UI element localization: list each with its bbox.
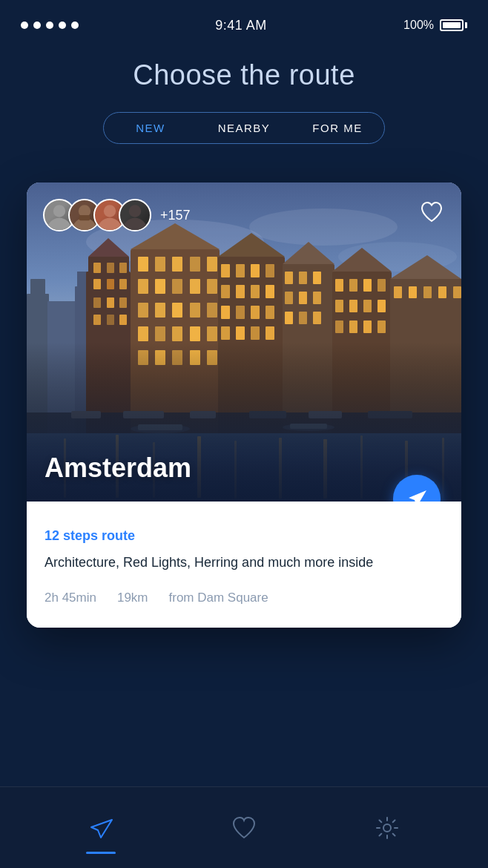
svg-rect-130 [79,215,90,220]
card-info: 12 steps route Architecture, Red Lights,… [27,502,461,628]
city-name: Amsterdam [44,453,191,484]
route-duration: 2h 45min [44,591,96,605]
status-right: 100% [403,19,467,32]
svg-point-132 [98,218,122,230]
heart-button[interactable] [415,196,448,228]
tab-for-me[interactable]: FOR ME [291,113,384,143]
svg-marker-135 [409,490,426,502]
svg-point-126 [53,205,65,217]
svg-point-133 [129,205,141,217]
avatar-row: +157 [43,199,191,231]
status-time: 9:41 AM [215,18,267,33]
route-steps: 12 steps route [44,528,444,544]
tab-new[interactable]: NEW [104,113,197,143]
nav-favorites[interactable] [231,816,257,840]
status-bar: 9:41 AM 100% [0,0,488,37]
battery-icon [440,19,467,31]
svg-point-137 [383,824,391,832]
nav-navigate[interactable] [88,815,113,841]
svg-point-127 [47,218,72,230]
route-card: +157 Amsterdam 12 steps route Architectu… [27,183,461,628]
svg-point-134 [123,218,148,230]
nav-settings[interactable] [375,815,400,841]
route-start-point: from Dam Square [169,591,268,605]
tabs-container: NEW NEARBY FOR ME [0,112,488,144]
card-image: +157 Amsterdam [27,183,461,502]
card-area: +157 Amsterdam 12 steps route Architectu… [0,162,488,628]
page-title: Choose the route [0,59,488,91]
route-meta: 2h 45min 19km from Dam Square [44,591,444,605]
svg-marker-136 [91,820,112,838]
route-description: Architecture, Red Lights, Herring and mu… [44,553,444,573]
tab-nearby[interactable]: NEARBY [197,113,291,143]
svg-point-131 [104,205,116,217]
route-distance: 19km [117,591,148,605]
tabs: NEW NEARBY FOR ME [103,112,385,144]
battery-pct-label: 100% [403,19,434,32]
signal-dots [21,22,79,29]
bottom-nav [0,786,488,868]
avatar-4 [119,199,151,231]
avatar-count: +157 [160,208,191,223]
